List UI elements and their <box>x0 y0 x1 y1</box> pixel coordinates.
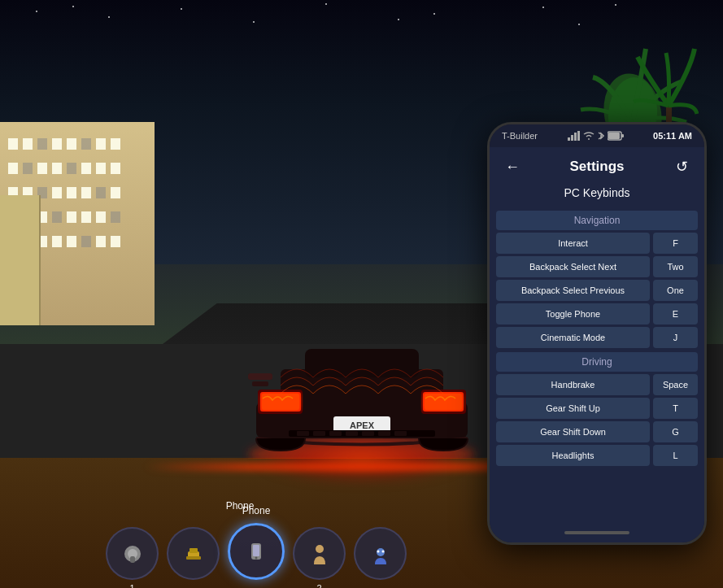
svg-rect-31 <box>186 556 201 560</box>
svg-rect-44 <box>608 133 620 139</box>
backpack-next-action[interactable]: Backpack Select Next <box>496 256 650 277</box>
status-time: 05:11 AM <box>653 131 692 141</box>
svg-rect-41 <box>574 133 577 141</box>
battery-icon <box>608 131 624 141</box>
phone-header: ← Settings ↺ <box>490 147 704 186</box>
keybind-toggle-phone: Toggle Phone E <box>496 303 698 324</box>
svg-rect-40 <box>571 135 573 141</box>
car: APEX <box>240 312 484 462</box>
svg-rect-8 <box>252 381 268 386</box>
svg-rect-21 <box>329 431 342 436</box>
hotbar-item-2[interactable] <box>167 527 220 580</box>
svg-rect-45 <box>621 134 624 137</box>
cinematic-action[interactable]: Cinematic Mode <box>496 327 650 348</box>
svg-point-35 <box>316 545 324 553</box>
keybind-gear-up: Gear Shift Up T <box>496 398 698 419</box>
backpack-next-key[interactable]: Two <box>653 256 698 277</box>
refresh-button[interactable]: ↺ <box>669 154 695 180</box>
signal-icon <box>568 131 581 141</box>
gear-down-action[interactable]: Gear Shift Down <box>496 421 650 442</box>
driving-section-header: Driving <box>496 352 698 372</box>
pc-keybinds-subtitle: PC Keybinds <box>490 186 704 206</box>
keybind-handbrake: Handbrake Space <box>496 374 698 395</box>
hotbar-item-5[interactable] <box>354 527 407 580</box>
svg-rect-23 <box>362 431 374 436</box>
gear-up-action[interactable]: Gear Shift Up <box>496 398 650 419</box>
keybind-backpack-prev: Backpack Select Previous One <box>496 280 698 301</box>
hotbar-item-1[interactable]: 1 <box>106 527 159 580</box>
keybind-interact: Interact F <box>496 233 698 254</box>
gear-down-key[interactable]: G <box>653 421 698 442</box>
hotbar-item-phone[interactable]: Phone <box>228 523 285 580</box>
gear-up-key[interactable]: T <box>653 398 698 419</box>
hotbar-item-4[interactable]: 2 <box>293 527 346 580</box>
svg-point-38 <box>381 550 384 552</box>
hotbar: Phone 1 Phone <box>106 523 407 580</box>
phone-bottom-bar <box>490 523 704 542</box>
cinematic-key[interactable]: J <box>653 327 698 348</box>
svg-rect-25 <box>394 431 407 436</box>
phone-device: T-Builder <box>487 122 707 545</box>
status-bar: T-Builder <box>490 124 704 147</box>
keybind-headlights: Headlights L <box>496 445 698 466</box>
svg-rect-9 <box>248 373 272 380</box>
svg-point-34 <box>255 557 258 560</box>
backpack-prev-key[interactable]: One <box>653 280 698 301</box>
keybind-cinematic: Cinematic Mode J <box>496 327 698 348</box>
svg-rect-30 <box>189 548 198 553</box>
settings-title: Settings <box>525 159 669 175</box>
svg-rect-24 <box>378 431 390 436</box>
svg-point-37 <box>377 550 379 552</box>
wifi-icon <box>583 131 595 141</box>
status-icons <box>568 130 624 142</box>
keybind-gear-down: Gear Shift Down G <box>496 421 698 442</box>
svg-rect-20 <box>313 431 325 436</box>
backpack-prev-action[interactable]: Backpack Select Previous <box>496 280 650 301</box>
keybinds-content[interactable]: Navigation Interact F Backpack Select Ne… <box>490 206 704 523</box>
keybind-backpack-next: Backpack Select Next Two <box>496 256 698 277</box>
svg-rect-19 <box>297 431 309 436</box>
interact-action[interactable]: Interact <box>496 233 650 254</box>
svg-rect-7 <box>305 349 419 377</box>
svg-rect-22 <box>346 431 358 436</box>
handbrake-key[interactable]: Space <box>653 374 698 395</box>
app-name: T-Builder <box>502 131 538 141</box>
buildings-left <box>0 98 171 325</box>
headlights-key[interactable]: L <box>653 445 698 466</box>
navigation-section-header: Navigation <box>496 211 698 230</box>
bluetooth-icon <box>597 130 605 142</box>
svg-rect-42 <box>577 131 580 141</box>
svg-text:APEX: APEX <box>350 420 375 430</box>
toggle-phone-key[interactable]: E <box>653 303 698 324</box>
svg-rect-39 <box>568 137 570 141</box>
toggle-phone-action[interactable]: Toggle Phone <box>496 303 650 324</box>
interact-key[interactable]: F <box>653 233 698 254</box>
headlights-action[interactable]: Headlights <box>496 445 650 466</box>
svg-rect-33 <box>253 545 259 556</box>
handbrake-action[interactable]: Handbrake <box>496 374 650 395</box>
back-button[interactable]: ← <box>499 154 525 180</box>
svg-rect-28 <box>130 556 135 563</box>
home-indicator[interactable] <box>564 531 629 534</box>
